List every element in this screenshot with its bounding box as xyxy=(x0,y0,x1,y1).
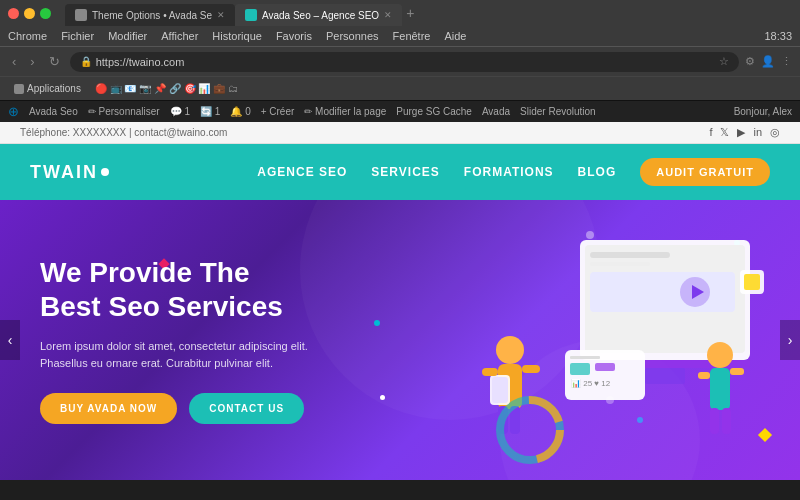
tab-1[interactable]: Theme Options • Avada Seo – ✕ xyxy=(65,4,235,26)
tab-bar: Theme Options • Avada Seo – ✕ Avada Seo … xyxy=(65,0,792,26)
menu-favoris[interactable]: Favoris xyxy=(276,30,312,42)
title-bar: Theme Options • Avada Seo – ✕ Avada Seo … xyxy=(0,0,800,26)
wp-purge-cache[interactable]: Purge SG Cache xyxy=(396,106,472,117)
menu-afficher[interactable]: Afficher xyxy=(161,30,198,42)
tab-2-favicon xyxy=(245,9,257,21)
wp-slider[interactable]: Slider Revolution xyxy=(520,106,596,117)
profile-icon[interactable]: 👤 xyxy=(761,55,775,68)
tab-1-favicon xyxy=(75,9,87,21)
address-text: https://twaino.com xyxy=(96,56,185,68)
bookmark-applications[interactable]: Applications xyxy=(8,81,87,96)
address-bar-icons: ☆ xyxy=(719,55,729,68)
ssl-icon: 🔒 xyxy=(80,56,92,67)
svg-point-32 xyxy=(606,396,614,404)
wp-site-name[interactable]: Avada Seo xyxy=(29,106,78,117)
svg-rect-25 xyxy=(730,368,744,375)
extensions-icon[interactable]: ⚙ xyxy=(745,55,755,68)
tab-2-label: Avada Seo – Agence SEO xyxy=(262,10,379,21)
wp-updates[interactable]: 🔄 1 xyxy=(200,106,220,117)
minimize-button[interactable] xyxy=(24,8,35,19)
menu-modifier[interactable]: Modifier xyxy=(108,30,147,42)
wp-admin-bar: ⊕ Avada Seo ✏ Personnaliser 💬 1 🔄 1 🔔 0 … xyxy=(0,100,800,122)
svg-rect-2 xyxy=(590,252,670,258)
wp-user-greeting: Bonjour, Alex xyxy=(734,106,792,117)
menu-aide[interactable]: Aide xyxy=(444,30,466,42)
site-top-bar: Téléphone: XXXXXXXX | contact@twaino.com… xyxy=(0,122,800,144)
menu-fenetre[interactable]: Fenêtre xyxy=(393,30,431,42)
reload-button[interactable]: ↻ xyxy=(45,52,64,71)
youtube-icon[interactable]: ▶ xyxy=(737,126,745,139)
wp-edit-page[interactable]: ✏ Modifier la page xyxy=(304,106,386,117)
close-button[interactable] xyxy=(8,8,19,19)
svg-rect-8 xyxy=(645,368,685,384)
svg-rect-19 xyxy=(522,365,540,373)
nav-agence-seo[interactable]: AGENCE SEO xyxy=(257,165,347,179)
slider-arrow-right[interactable]: › xyxy=(780,320,800,360)
browser-nav-bar: ‹ › ↻ 🔒 https://twaino.com ☆ ⚙ 👤 ⋮ xyxy=(0,46,800,76)
bookmark-icons-row: 🔴 📺 📧 📷 📌 🔗 🎯 📊 💼 🗂 xyxy=(95,83,238,94)
slider-arrow-left[interactable]: ‹ xyxy=(0,320,20,360)
svg-rect-26 xyxy=(710,408,719,434)
wp-logo[interactable]: ⊕ xyxy=(8,104,19,119)
svg-rect-23 xyxy=(710,368,730,410)
svg-rect-18 xyxy=(482,368,498,376)
linkedin-icon[interactable]: in xyxy=(753,126,762,139)
maximize-button[interactable] xyxy=(40,8,51,19)
svg-rect-17 xyxy=(492,377,508,403)
tab-1-close[interactable]: ✕ xyxy=(217,10,225,20)
svg-rect-3 xyxy=(590,262,650,266)
menu-personnes[interactable]: Personnes xyxy=(326,30,379,42)
wp-notifications[interactable]: 🔔 0 xyxy=(230,106,250,117)
new-tab-button[interactable]: + xyxy=(406,5,414,21)
time-display: 18:33 xyxy=(764,30,792,42)
website-content: Téléphone: XXXXXXXX | contact@twaino.com… xyxy=(0,122,800,480)
audit-button[interactable]: AUDIT GRATUIT xyxy=(640,158,770,186)
browser-menu-bar: Chrome Fichier Modifier Afficher Histori… xyxy=(0,26,800,46)
buy-avada-button[interactable]: BUY AVADA NOW xyxy=(40,393,177,424)
nav-blog[interactable]: BLOG xyxy=(578,165,617,179)
wp-customize[interactable]: ✏ Personnaliser xyxy=(88,106,160,117)
hero-title-line1: We Provide The xyxy=(40,257,250,288)
back-button[interactable]: ‹ xyxy=(8,52,20,71)
address-bar[interactable]: 🔒 https://twaino.com ☆ xyxy=(70,52,739,72)
svg-rect-12 xyxy=(595,363,615,371)
menu-historique[interactable]: Historique xyxy=(212,30,262,42)
hero-dot-5 xyxy=(380,395,385,400)
forward-button[interactable]: › xyxy=(26,52,38,71)
site-navigation: TWAIN AGENCE SEO SERVICES FORMATIONS BLO… xyxy=(0,144,800,200)
contact-info: Téléphone: XXXXXXXX | contact@twaino.com xyxy=(20,127,227,138)
svg-rect-24 xyxy=(698,372,710,379)
star-icon[interactable]: ☆ xyxy=(719,55,729,68)
svg-point-22 xyxy=(707,342,733,368)
svg-rect-11 xyxy=(570,363,590,375)
hero-title: We Provide The Best Seo Services xyxy=(40,256,308,323)
svg-rect-31 xyxy=(744,274,760,290)
tab-2[interactable]: Avada Seo – Agence SEO ✕ xyxy=(235,4,402,26)
nav-services[interactable]: SERVICES xyxy=(371,165,439,179)
traffic-lights xyxy=(8,8,51,19)
facebook-icon[interactable]: f xyxy=(709,126,712,139)
menu-fichier[interactable]: Fichier xyxy=(61,30,94,42)
hero-buttons: BUY AVADA NOW CONTACT US xyxy=(40,393,308,424)
svg-point-14 xyxy=(496,336,524,364)
wp-create[interactable]: + Créer xyxy=(261,106,295,117)
hero-dot-2 xyxy=(374,320,380,326)
svg-rect-27 xyxy=(722,408,731,434)
wp-comments[interactable]: 💬 1 xyxy=(170,106,190,117)
twitter-icon[interactable]: 𝕏 xyxy=(720,126,729,139)
hero-section: ‹ › We Provide The Best Seo Services Lor… xyxy=(0,200,800,480)
wp-avada[interactable]: Avada xyxy=(482,106,510,117)
tab-2-close[interactable]: ✕ xyxy=(384,10,392,20)
nav-formations[interactable]: FORMATIONS xyxy=(464,165,554,179)
bookmarks-bar: Applications 🔴 📺 📧 📷 📌 🔗 🎯 📊 💼 🗂 xyxy=(0,76,800,100)
svg-point-34 xyxy=(586,231,594,239)
site-menu: AGENCE SEO SERVICES FORMATIONS BLOG AUDI… xyxy=(257,158,770,186)
hero-illustration: 📊 25 ♥ 12 xyxy=(410,210,770,470)
contact-us-button[interactable]: CONTACT US xyxy=(189,393,304,424)
menu-chrome[interactable]: Chrome xyxy=(8,30,47,42)
bookmark-label: Applications xyxy=(27,83,81,94)
instagram-icon[interactable]: ◎ xyxy=(770,126,780,139)
menu-icon[interactable]: ⋮ xyxy=(781,55,792,68)
site-logo[interactable]: TWAIN xyxy=(30,162,109,183)
hero-description: Lorem ipsum dolor sit amet, consectetur … xyxy=(40,338,308,373)
